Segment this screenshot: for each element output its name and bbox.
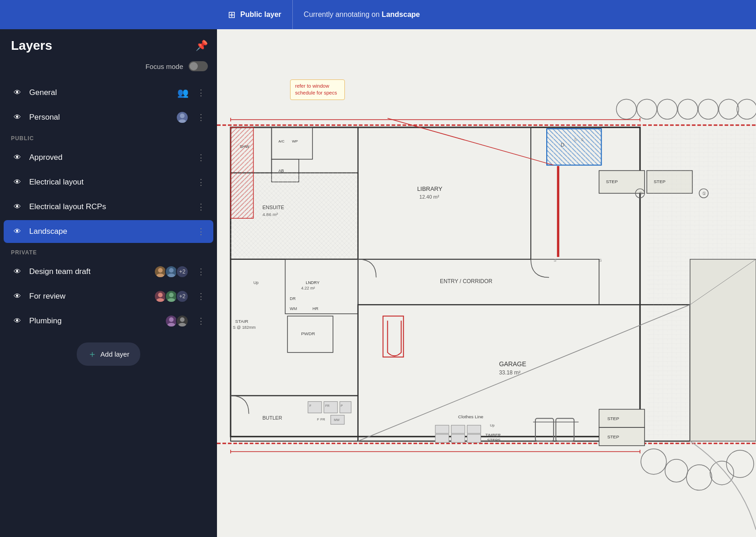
svg-rect-47 [231,127,254,218]
eye-icon-design-team[interactable]: 👁 [11,265,24,278]
svg-rect-93 [467,425,481,433]
svg-text:A/C: A/C [278,139,285,143]
svg-text:WP: WP [292,139,298,143]
focus-mode-row: Focus mode [0,57,217,80]
more-icon-for-review[interactable]: ⋮ [194,290,208,303]
more-icon-personal[interactable]: ⋮ [194,111,208,124]
more-icon-design-team[interactable]: ⋮ [194,265,208,279]
svg-text:TIMBER: TIMBER [486,433,501,437]
canvas-area[interactable]: 32" 42.67 m refer to window schedule for… [217,29,756,537]
layer-item-approved[interactable]: 👁 Approved ⋮ [4,146,213,169]
svg-text:S: S [581,137,584,142]
svg-point-3 [156,274,164,277]
svg-point-12 [180,317,185,322]
svg-point-10 [169,317,174,322]
layer-item-landscape[interactable]: 👁 Landscape ⋮ [4,220,213,243]
svg-point-13 [178,323,186,326]
layer-item-general[interactable]: 👁 General 👥 ⋮ [4,81,213,104]
svg-text:STAIR: STAIR [235,319,248,324]
svg-text:AB: AB [278,168,284,173]
pin-icon[interactable]: 📌 [196,40,208,52]
add-layer-button[interactable]: ＋ Add layer [77,342,140,366]
svg-text:S: S [554,258,556,263]
svg-text:WM: WM [290,306,297,311]
layer-name-for-review: For review [29,292,148,301]
eye-icon-electrical[interactable]: 👁 [11,176,24,189]
layer-name-electrical: Electrical layout [29,178,189,187]
more-icon-landscape[interactable]: ⋮ [194,225,208,238]
svg-text:STEPS: STEPS [487,438,500,442]
svg-point-7 [156,298,164,302]
svg-rect-44 [547,129,601,165]
svg-text:33.18 m²: 33.18 m² [499,369,520,376]
add-layer-label: Add layer [100,350,129,358]
svg-text:Up: Up [254,280,259,285]
eye-icon-landscape[interactable]: 👁 [11,225,24,238]
svg-text:LIBRARY: LIBRARY [417,185,443,192]
annotating-info: Currently annotating on Landscape [293,11,431,19]
for-review-avatar-count: +2 [176,290,189,303]
more-icon-approved[interactable]: ⋮ [194,151,208,164]
layer-item-for-review[interactable]: 👁 For review +2 ⋮ [4,285,213,308]
svg-rect-116 [690,259,756,441]
annotation-text: refer to window schedule for specs [295,83,337,95]
svg-text:GARAGE: GARAGE [499,360,526,368]
svg-text:Up: Up [490,423,495,427]
svg-text:F: F [309,404,311,407]
layer-name-design-team: Design team draft [29,267,148,276]
layers-stack-icon: ⊞ [228,9,236,20]
top-bar: ⊞ Public layer Currently annotating on L… [0,0,756,29]
layer-item-electrical-rcp[interactable]: 👁 Electrical layout RCPs ⋮ [4,195,213,218]
layer-item-plumbing[interactable]: 👁 Plumbing ⋮ [4,310,213,332]
public-layer-label: Public layer [240,11,281,19]
svg-text:DR: DR [290,296,296,301]
design-team-avatar-count: +2 [176,265,189,278]
layer-item-personal[interactable]: 👁 Personal ⋮ [4,106,213,129]
focus-mode-toggle[interactable] [189,61,208,71]
eye-icon-approved[interactable]: 👁 [11,151,24,164]
svg-point-2 [158,268,163,273]
annotating-label: Currently annotating on [304,11,380,18]
public-layer-tab[interactable]: ⊞ Public layer [217,0,293,29]
svg-text:P: P [341,404,343,407]
more-icon-electrical[interactable]: ⋮ [194,175,208,189]
design-team-avatars: +2 [154,265,189,278]
svg-point-6 [158,293,163,297]
annotating-target: Landscape [382,11,420,18]
svg-text:ENTRY / CORRIDOR: ENTRY / CORRIDOR [440,278,492,284]
blueprint-svg: SHW A/C WP AB ENSUITE 4.86 m² [217,29,756,537]
svg-rect-95 [451,434,465,442]
svg-text:①: ① [702,191,706,196]
layer-name-approved: Approved [29,153,189,162]
svg-rect-94 [435,434,449,442]
svg-text:STEP: STEP [606,179,618,184]
svg-text:D: D [561,142,565,147]
svg-rect-96 [467,434,481,442]
svg-text:S @ 182mm: S @ 182mm [233,325,256,330]
svg-point-1 [178,119,186,124]
svg-text:STEP: STEP [607,416,619,421]
svg-text:STEP: STEP [607,434,619,439]
eye-icon-for-review[interactable]: 👁 [11,290,24,303]
layer-item-electrical[interactable]: 👁 Electrical layout ⋮ [4,171,213,194]
layer-name-electrical-rcp: Electrical layout RCPs [29,202,189,211]
svg-point-11 [167,323,175,326]
svg-text:LNDRY: LNDRY [306,280,319,285]
svg-text:BUTLER: BUTLER [263,415,282,421]
svg-point-8 [169,293,174,297]
layer-name-general: General [29,88,172,97]
eye-icon-personal[interactable]: 👁 [11,111,24,124]
svg-point-5 [167,274,175,277]
more-icon-electrical-rcp[interactable]: ⋮ [194,200,208,214]
more-icon-general[interactable]: ⋮ [194,86,208,100]
personal-avatar [176,111,189,124]
eye-icon-general[interactable]: 👁 [11,86,24,99]
more-icon-plumbing[interactable]: ⋮ [194,314,208,328]
layers-sidebar: Layers 📌 Focus mode 👁 General 👥 ⋮ 👁 Pers… [0,29,217,537]
plus-icon: ＋ [88,348,97,360]
svg-text:①: ① [639,191,643,196]
focus-mode-label: Focus mode [145,63,183,70]
eye-icon-plumbing[interactable]: 👁 [11,315,24,327]
eye-icon-electrical-rcp[interactable]: 👁 [11,200,24,213]
layer-item-design-team[interactable]: 👁 Design team draft +2 ⋮ [4,260,213,283]
